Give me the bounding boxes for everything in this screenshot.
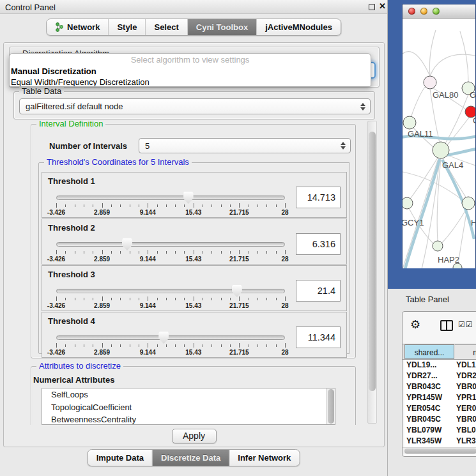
number-of-intervals-combobox[interactable]: 5 xyxy=(139,138,351,153)
threshold-slider[interactable]: -3.4262.8599.14415.4321.71528 xyxy=(56,241,285,263)
split-columns-icon[interactable] xyxy=(440,320,453,331)
threshold-slider[interactable]: -3.4262.8599.14415.4321.71528 xyxy=(56,334,285,356)
network-node-h[interactable] xyxy=(462,197,475,210)
network-node-label: GAL4 xyxy=(442,160,463,170)
attribute-item-betweennesscentrality[interactable]: BetweennessCentrality xyxy=(42,413,335,425)
tab-discretize-data[interactable]: Discretize Data xyxy=(153,450,229,466)
network-node-gcy1[interactable] xyxy=(403,197,413,209)
tab-label: Style xyxy=(117,22,137,32)
network-node-label: GAL80 xyxy=(433,90,458,100)
table-horizontal-scrollbar[interactable] xyxy=(403,447,476,454)
network-edge xyxy=(460,31,468,82)
slider-ticks xyxy=(56,250,285,255)
table-scrollbar-thumb[interactable] xyxy=(404,449,476,454)
table-row[interactable]: YLR345WYLR3 xyxy=(404,436,476,447)
cell-shared-name: YBR043C xyxy=(406,382,441,391)
network-node-hap2[interactable] xyxy=(433,241,443,251)
network-canvas[interactable]: GAL80GACGAL11GAL4GCY1HHAP2 xyxy=(403,19,475,268)
network-edge xyxy=(458,210,467,265)
slider-axis-labels: -3.4262.8599.14415.4321.71528 xyxy=(56,302,285,310)
network-node-label: GA xyxy=(470,90,475,100)
gear-icon[interactable]: ⚙ xyxy=(410,319,420,330)
bottom-tabbar: Impute DataDiscretize DataInfer Network xyxy=(88,449,300,466)
tab-network[interactable]: Network xyxy=(47,19,109,35)
table-row[interactable]: YER054CYER0 xyxy=(404,403,476,414)
network-node-label: GAL11 xyxy=(408,129,433,139)
cell-shared-name: YER054C xyxy=(406,404,440,413)
listbox-scrollbar[interactable] xyxy=(326,388,335,424)
threshold-label: Threshold 4 xyxy=(48,316,95,326)
threshold-slider[interactable]: -3.4262.8599.14415.4321.71528 xyxy=(56,288,285,309)
algorithm-option-equal-width-frequency-discretization[interactable]: Equal Width/Frequency Discretization xyxy=(10,77,371,87)
control-panel: Control Panel ✕ NetworkStyleSelectCyni T… xyxy=(0,0,388,476)
network-node-gal80[interactable] xyxy=(424,76,436,89)
cell-shared-name: YDR27... xyxy=(406,371,438,380)
listbox-scrollbar-thumb[interactable] xyxy=(328,389,334,424)
cell-name: YBR0 xyxy=(456,415,476,424)
table-row[interactable]: YBR043CYBR0 xyxy=(404,381,476,392)
slider-track[interactable] xyxy=(56,335,285,340)
network-edge xyxy=(441,209,466,243)
cell-shared-name: YBL079W xyxy=(406,426,441,434)
threshold-value-field[interactable]: 6.316 xyxy=(296,233,341,255)
attributes-group-title: Attributes to discretize xyxy=(36,361,123,371)
tab-impute-data[interactable]: Impute Data xyxy=(88,450,153,466)
threshold-panel: Threshold 2 -3.4262.8599.14415.4321.7152… xyxy=(42,219,347,265)
attribute-item-selfloops[interactable]: SelfLoops xyxy=(42,388,335,401)
table-row[interactable]: YDR27...YDR2 xyxy=(404,371,476,381)
zoom-traffic-light-icon[interactable] xyxy=(433,8,440,15)
close-icon[interactable]: ✕ xyxy=(379,1,386,11)
tab-style[interactable]: Style xyxy=(109,19,146,35)
network-edge xyxy=(429,30,436,76)
cell-name: YDL1 xyxy=(456,360,476,369)
slider-handle[interactable] xyxy=(158,332,169,344)
apply-button[interactable]: Apply xyxy=(172,429,217,443)
tab-infer-network[interactable]: Infer Network xyxy=(229,450,299,466)
minimize-traffic-light-icon[interactable] xyxy=(420,8,427,15)
slider-handle[interactable] xyxy=(183,192,194,204)
slider-track[interactable] xyxy=(56,242,285,247)
table-row[interactable]: YPR145WYPR1 xyxy=(404,392,476,403)
table-data-combobox[interactable]: galFiltered.sif default node xyxy=(19,98,371,114)
table-row[interactable]: YBL079WYBL0 xyxy=(404,425,476,436)
tab-jactivemnodules[interactable]: jActiveMNodules xyxy=(257,19,341,35)
threshold-slider[interactable]: -3.4262.8599.14415.4321.71528 xyxy=(56,194,285,216)
cell-name: YBR0 xyxy=(456,382,476,391)
threshold-value-field[interactable]: 14.713 xyxy=(296,187,341,208)
column-header-name[interactable]: n xyxy=(455,344,476,359)
table-data-selected-value: galFiltered.sif default node xyxy=(26,102,123,111)
attribute-item-topologicalcoefficient[interactable]: TopologicalCoefficient xyxy=(42,401,335,414)
column-header-shared-name[interactable]: shared... xyxy=(404,344,454,359)
select-columns-icon[interactable]: ☑☑ xyxy=(458,320,473,329)
network-edge xyxy=(403,52,430,76)
threshold-label: Threshold 2 xyxy=(48,223,95,233)
cell-name: YBL0 xyxy=(456,426,476,434)
close-traffic-light-icon[interactable] xyxy=(408,8,415,15)
cell-shared-name: YLR345W xyxy=(406,436,441,445)
network-edge xyxy=(405,159,440,268)
numerical-attributes-listbox[interactable]: SelfLoopsTopologicalCoefficientBetweenne… xyxy=(42,388,335,425)
slider-handle[interactable] xyxy=(122,238,132,250)
slider-handle[interactable] xyxy=(232,285,242,297)
threshold-panel: Threshold 4 -3.4262.8599.14415.4321.7152… xyxy=(42,312,347,358)
control-panel-title: Control Panel xyxy=(5,3,56,12)
float-window-icon[interactable] xyxy=(369,4,375,10)
threshold-label: Threshold 3 xyxy=(48,270,95,279)
tab-select[interactable]: Select xyxy=(146,19,187,35)
panel-scrollbar-thumb[interactable] xyxy=(369,132,376,391)
network-node-gal4[interactable] xyxy=(433,142,449,158)
network-node-gal11[interactable] xyxy=(403,116,416,129)
threshold-value-field[interactable]: 11.344 xyxy=(296,326,341,348)
cell-shared-name: YBR045C xyxy=(406,415,441,424)
slider-track[interactable] xyxy=(56,196,285,200)
tab-label: Infer Network xyxy=(238,453,291,463)
table-row[interactable]: YBR045CYBR0 xyxy=(404,414,476,425)
tab-cyni-toolbox[interactable]: Cyni Toolbox xyxy=(188,19,257,35)
threshold-value-field[interactable]: 21.4 xyxy=(296,280,341,302)
algorithm-option-manual-discretization[interactable]: Manual Discretization xyxy=(10,66,371,77)
table-row[interactable]: YDL19...YDL1 xyxy=(404,360,476,371)
tab-label: jActiveMNodules xyxy=(265,22,332,32)
cell-shared-name: YPR145W xyxy=(406,393,442,402)
panel-vertical-scrollbar[interactable] xyxy=(367,121,377,424)
slider-track[interactable] xyxy=(56,289,285,293)
